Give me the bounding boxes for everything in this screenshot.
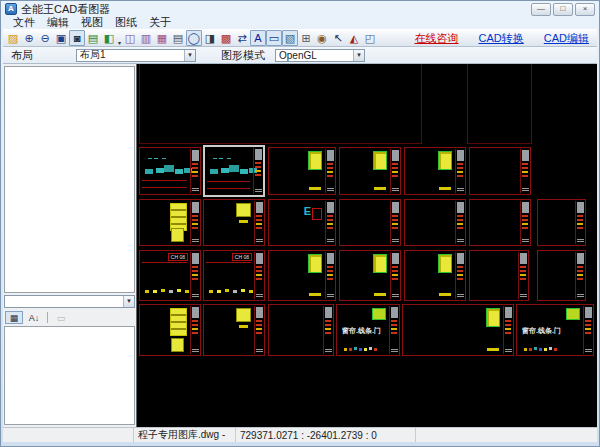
chevron-down-icon[interactable]: ▼ bbox=[184, 50, 195, 61]
title-block-strip bbox=[325, 149, 334, 193]
main-area: ▼ ▦A↓▭ CH 08CH 08窗帘.线条.门窗帘.线条.门 bbox=[3, 64, 597, 427]
drawing-tile[interactable] bbox=[268, 199, 336, 246]
drawing-tile[interactable] bbox=[268, 304, 334, 356]
cad-convert-link[interactable]: CAD转换 bbox=[479, 31, 524, 46]
drawing-tile[interactable] bbox=[339, 199, 401, 246]
drawing-tile[interactable] bbox=[469, 147, 531, 195]
menu-view[interactable]: 视图 bbox=[75, 15, 109, 30]
drawing-tile[interactable] bbox=[139, 199, 201, 246]
drawing-tile[interactable] bbox=[469, 250, 529, 301]
shade-toggle-icon[interactable]: ◨ bbox=[202, 30, 218, 46]
drawing-tile[interactable]: CH 08 bbox=[203, 250, 265, 301]
title-block-strip bbox=[520, 149, 529, 193]
title-block-strip bbox=[389, 306, 398, 354]
minimize-button[interactable]: — bbox=[531, 3, 551, 16]
cad-canvas[interactable]: CH 08CH 08窗帘.线条.门窗帘.线条.门 bbox=[136, 64, 597, 427]
rotate-view-icon[interactable]: ◧ bbox=[101, 30, 117, 46]
title-block-strip bbox=[254, 201, 263, 244]
previous-view-icon[interactable]: ▣ bbox=[53, 30, 69, 46]
status-bar: 程子专用图库.dwg - 729371.0271 : -26401.2739 :… bbox=[3, 427, 597, 442]
select-pointer-icon[interactable]: ↖ bbox=[330, 30, 346, 46]
background-color-icon[interactable]: ▩ bbox=[218, 30, 234, 46]
close-button[interactable]: × bbox=[575, 3, 595, 16]
drawing-tile[interactable] bbox=[203, 304, 265, 356]
drawing-tile[interactable] bbox=[139, 304, 201, 356]
drawing-tile[interactable]: 窗帘.线条.门 bbox=[516, 304, 594, 356]
layout-list-icon[interactable]: ▤ bbox=[170, 30, 186, 46]
drawing-tile[interactable] bbox=[139, 147, 201, 195]
drawing-tile[interactable]: CH 08 bbox=[139, 250, 201, 301]
title-block-strip bbox=[518, 252, 527, 299]
menu-about[interactable]: 关于 bbox=[143, 15, 177, 30]
toolbar: ▨⊕⊖▣◙▤◧◫▥▦▤◯◨▩⇄A▭▧⊞◉↖◭◰ 在线咨询 CAD转换 CAD编辑 bbox=[3, 29, 597, 47]
toolbar-links: 在线咨询 CAD转换 CAD编辑 bbox=[415, 31, 595, 46]
online-support-link[interactable]: 在线咨询 bbox=[415, 31, 459, 46]
maximize-button[interactable]: □ bbox=[553, 3, 573, 16]
drawing-tile[interactable] bbox=[467, 64, 532, 144]
measure-icon[interactable]: ▭ bbox=[266, 30, 282, 46]
new-window-icon[interactable]: ▦ bbox=[154, 30, 170, 46]
drawing-tile[interactable] bbox=[268, 250, 336, 301]
title-block-strip bbox=[325, 201, 334, 244]
chevron-down-icon[interactable]: ▼ bbox=[123, 296, 134, 307]
toolbar-icons: ▨⊕⊖▣◙▤◧◫▥▦▤◯◨▩⇄A▭▧⊞◉↖◭◰ bbox=[5, 30, 378, 46]
sheet-text: 窗帘.线条.门 bbox=[522, 326, 561, 336]
graphics-mode-label: 图形模式 bbox=[221, 48, 265, 63]
drawing-tile[interactable]: 窗帘.线条.门 bbox=[336, 304, 400, 356]
title-block-strip bbox=[254, 252, 263, 299]
title-block-strip bbox=[190, 149, 199, 193]
cascade-windows-icon[interactable]: ◫ bbox=[122, 30, 138, 46]
title-block-strip bbox=[253, 148, 262, 194]
cad-edit-link[interactable]: CAD编辑 bbox=[544, 31, 589, 46]
title-block-strip bbox=[583, 306, 592, 354]
tile-windows-icon[interactable]: ▥ bbox=[138, 30, 154, 46]
layers-icon[interactable]: ▧ bbox=[282, 30, 298, 46]
status-filename: 程子专用图库.dwg - bbox=[134, 428, 236, 442]
text-toggle-icon[interactable]: A bbox=[250, 30, 266, 46]
zoom-in-icon[interactable]: ⊕ bbox=[21, 30, 37, 46]
drawing-tile[interactable] bbox=[203, 145, 265, 197]
orbit-icon[interactable]: ◯ bbox=[186, 30, 202, 46]
drawing-tile[interactable] bbox=[402, 304, 514, 356]
drawing-tile[interactable] bbox=[404, 147, 466, 195]
graphics-mode-value: OpenGL bbox=[279, 50, 317, 61]
print-icon[interactable]: ⊞ bbox=[298, 30, 314, 46]
drawing-tile[interactable] bbox=[268, 147, 336, 195]
graphics-mode-select[interactable]: OpenGL ▼ bbox=[275, 49, 365, 62]
title-block-strip bbox=[254, 306, 263, 354]
drawing-tile[interactable] bbox=[469, 199, 531, 246]
layout-select[interactable]: 布局1 ▼ bbox=[76, 49, 196, 62]
drawing-tile[interactable] bbox=[203, 199, 265, 246]
categorized-icon[interactable]: ▦ bbox=[5, 311, 23, 324]
toolbar-separator bbox=[47, 312, 48, 323]
menu-edit[interactable]: 编辑 bbox=[41, 15, 75, 30]
layout-bar: 布局 布局1 ▼ 图形模式 OpenGL ▼ bbox=[3, 47, 597, 64]
open-file-icon[interactable]: ▨ bbox=[5, 30, 21, 46]
window-border bbox=[3, 442, 597, 446]
pan-icon[interactable]: ⇄ bbox=[234, 30, 250, 46]
menu-bar: 文件 编辑 视图 图纸 关于 bbox=[3, 16, 597, 29]
brush-icon[interactable]: ◉ bbox=[314, 30, 330, 46]
drawing-tile[interactable] bbox=[404, 199, 466, 246]
zoom-out-icon[interactable]: ⊖ bbox=[37, 30, 53, 46]
drawing-tile[interactable] bbox=[139, 64, 422, 144]
paste-block-icon[interactable]: ◰ bbox=[362, 30, 378, 46]
chevron-down-icon[interactable]: ▼ bbox=[353, 50, 364, 61]
drawing-tile[interactable] bbox=[339, 250, 401, 301]
drawing-tile[interactable] bbox=[339, 147, 401, 195]
property-list[interactable] bbox=[4, 326, 135, 425]
sort-alphabetical-icon[interactable]: A↓ bbox=[25, 311, 43, 324]
properties-preview-box[interactable] bbox=[4, 66, 135, 293]
menu-file[interactable]: 文件 bbox=[7, 15, 41, 30]
drawing-tile[interactable] bbox=[537, 250, 586, 301]
property-object-select[interactable]: ▼ bbox=[4, 295, 135, 308]
full-screen-icon[interactable]: ◙ bbox=[69, 30, 85, 46]
drawing-tile[interactable] bbox=[537, 199, 586, 246]
image-export-icon[interactable]: ▤ bbox=[85, 30, 101, 46]
title-block-strip bbox=[390, 149, 399, 193]
locate-icon[interactable]: ◭ bbox=[346, 30, 362, 46]
title-block-strip bbox=[520, 201, 529, 244]
menu-sheet[interactable]: 图纸 bbox=[109, 15, 143, 30]
title-block-strip bbox=[190, 306, 199, 354]
drawing-tile[interactable] bbox=[404, 250, 466, 301]
